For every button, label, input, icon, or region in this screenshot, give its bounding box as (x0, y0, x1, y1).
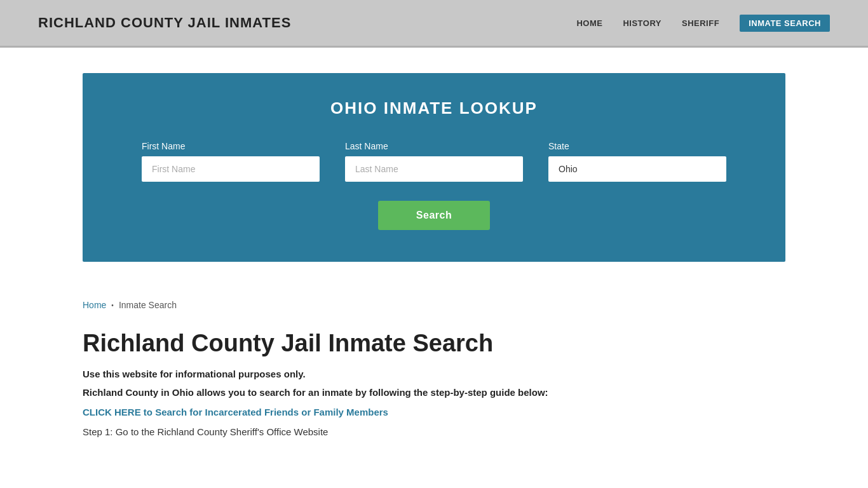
inmate-lookup-panel: OHIO INMATE LOOKUP First Name Last Name … (83, 73, 785, 262)
search-form-row: First Name Last Name State (121, 141, 747, 182)
breadcrumb-home-link[interactable]: Home (83, 300, 106, 310)
site-title: RICHLAND COUNTY JAIL INMATES (38, 15, 291, 31)
search-button[interactable]: Search (378, 201, 490, 230)
nav-item-home[interactable]: HOME (576, 18, 602, 28)
state-label: State (548, 141, 726, 151)
intro-bold-text: Use this website for informational purpo… (83, 369, 785, 379)
click-here-link[interactable]: CLICK HERE to Search for Incarcerated Fr… (83, 407, 785, 417)
last-name-input[interactable] (345, 156, 523, 182)
first-name-input[interactable] (142, 156, 320, 182)
page-title: Richland County Jail Inmate Search (83, 329, 785, 358)
search-button-row: Search (121, 201, 747, 230)
intro-text: Richland County in Ohio allows you to se… (83, 387, 785, 398)
state-input[interactable] (548, 156, 726, 182)
last-name-label: Last Name (345, 141, 523, 151)
first-name-group: First Name (142, 141, 320, 182)
breadcrumb-area: Home • Inmate Search (0, 287, 868, 316)
main-content: Richland County Jail Inmate Search Use t… (0, 316, 868, 463)
state-group: State (548, 141, 726, 182)
breadcrumb-current: Inmate Search (119, 300, 177, 310)
header: RICHLAND COUNTY JAIL INMATES HOME HISTOR… (0, 0, 868, 48)
nav-item-inmate-search[interactable]: INMATE SEARCH (740, 15, 830, 32)
first-name-label: First Name (142, 141, 320, 151)
last-name-group: Last Name (345, 141, 523, 182)
nav-item-history[interactable]: HISTORY (623, 18, 661, 28)
lookup-panel-title: OHIO INMATE LOOKUP (121, 98, 747, 118)
breadcrumb-separator: • (111, 302, 114, 309)
breadcrumb: Home • Inmate Search (83, 300, 785, 310)
step-1-text: Step 1: Go to the Richland County Sherif… (83, 426, 785, 437)
nav-item-sheriff[interactable]: SHERIFF (682, 18, 719, 28)
nav: HOME HISTORY SHERIFF INMATE SEARCH (576, 15, 830, 32)
